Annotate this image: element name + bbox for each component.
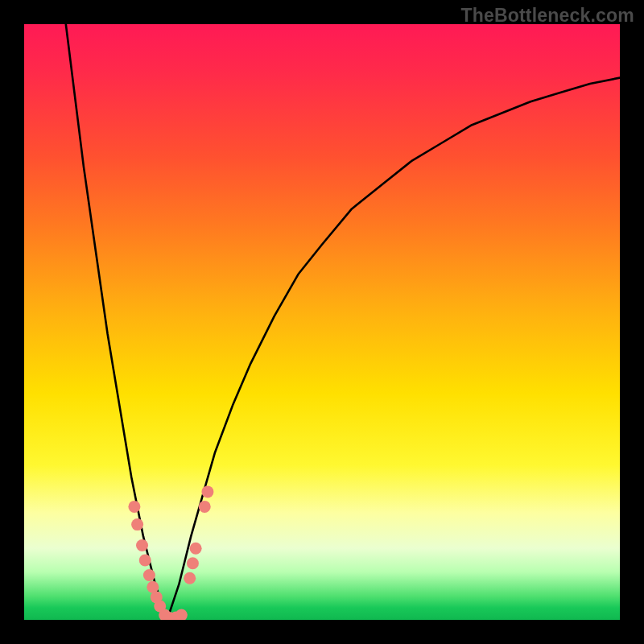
marker-11 (175, 609, 188, 620)
curve-right-branch (167, 78, 620, 620)
marker-0 (128, 501, 140, 513)
marker-4 (143, 569, 155, 581)
marker-1 (131, 518, 143, 530)
marker-12 (184, 572, 196, 584)
marker-14 (190, 543, 202, 555)
marker-2 (136, 539, 148, 551)
plot-area (24, 24, 620, 620)
marker-3 (139, 555, 151, 567)
curve-layer (24, 24, 620, 620)
marker-15 (199, 501, 211, 513)
watermark-text: TheBottleneck.com (460, 5, 634, 27)
marker-13 (187, 557, 199, 569)
chart-frame: TheBottleneck.com (0, 0, 644, 644)
curve-left-branch (66, 24, 167, 620)
data-markers (128, 485, 213, 620)
marker-16 (201, 485, 213, 497)
bottleneck-curve (66, 24, 620, 620)
